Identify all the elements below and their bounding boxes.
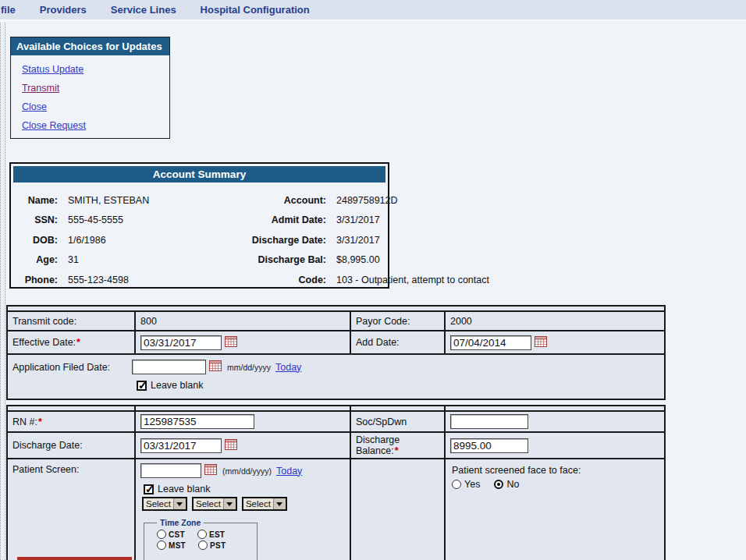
radio-no[interactable] (494, 480, 503, 489)
nav-item-providers[interactable]: Providers (40, 4, 87, 16)
account-label: Account: (209, 195, 326, 206)
admit-date-label: Admit Date: (209, 214, 326, 225)
pst-label: PST (210, 541, 226, 550)
available-choices-panel: Available Choices for Updates Status Upd… (10, 37, 170, 139)
no-label: No (506, 479, 519, 490)
chevron-down-icon[interactable] (173, 498, 186, 509)
cst-label: CST (169, 530, 185, 539)
radio-yes[interactable] (452, 480, 461, 489)
chevron-down-icon[interactable] (223, 498, 236, 509)
patient-screen-select-1[interactable]: Select (142, 497, 187, 511)
phone-value: 555-123-4598 (68, 275, 199, 285)
left-frame-strip (0, 23, 5, 560)
patient-screen-date-input[interactable] (140, 463, 201, 478)
payor-code-label: Payor Code: (350, 311, 445, 331)
time-zone-option-cst[interactable]: CST (157, 530, 185, 539)
leave-blank-label: Leave blank (151, 380, 203, 391)
discharge-date-input[interactable] (140, 438, 222, 453)
radio-pst[interactable] (198, 541, 208, 550)
yes-label: Yes (464, 479, 480, 490)
effective-date-input[interactable] (140, 335, 222, 350)
link-close[interactable]: Close (22, 101, 169, 112)
today-link[interactable]: Today (275, 362, 301, 373)
account-summary-row: Name: SMITH, ESTEBAN Account: 2489758912… (20, 190, 380, 211)
link-close-request[interactable]: Close Request (22, 120, 169, 131)
age-value: 31 (68, 254, 199, 265)
chevron-down-icon[interactable] (273, 498, 286, 509)
radio-cst[interactable] (157, 530, 166, 539)
calendar-icon[interactable] (225, 439, 237, 452)
spacer-cell (350, 406, 445, 411)
patient-screen-label: Patient Screen: (7, 459, 135, 560)
update-form-table-top: Transmit code: 800 Payor Code: 2000 Effe… (6, 305, 666, 400)
required-asterisk: * (76, 337, 80, 348)
spacer-cell (135, 406, 350, 411)
rn-label: RN #: (12, 416, 37, 427)
account-value: 2489758912D (336, 195, 398, 206)
leave-blank-label: Leave blank (158, 484, 210, 494)
calendar-icon[interactable] (535, 336, 547, 349)
radio-mst[interactable] (157, 541, 166, 550)
spacer-cell (7, 406, 135, 411)
time-zone-legend: Time Zone (157, 518, 204, 527)
nav-item-hospital-configuration[interactable]: Hospital Configuration (201, 4, 310, 16)
dob-label: DOB: (20, 235, 58, 246)
required-asterisk: * (38, 416, 42, 427)
est-label: EST (209, 530, 225, 539)
available-choices-links: Status Update Transmit Close Close Reque… (11, 55, 169, 131)
rn-input[interactable] (140, 414, 254, 429)
name-value: SMITH, ESTEBAN (68, 195, 199, 206)
link-transmit[interactable]: Transmit (22, 83, 169, 94)
time-zone-option-pst[interactable]: PST (198, 541, 226, 550)
effective-date-label: Effective Date: (12, 337, 76, 348)
ssn-label: SSN: (20, 214, 58, 225)
discharge-date-label: Discharge Date: (209, 235, 326, 246)
account-summary-title: Account Summary (13, 166, 385, 183)
select-value: Select (144, 498, 173, 509)
admit-date-value: 3/31/2017 (336, 214, 380, 225)
soc-spdwn-label: Soc/SpDwn (350, 411, 445, 432)
code-value: 103 - Outpatient, attempt to contact (336, 275, 489, 285)
calendar-icon[interactable] (225, 336, 237, 349)
leave-blank-checkbox[interactable] (137, 381, 147, 391)
account-summary-row: Age: 31 Discharge Bal: $8,995.00 (20, 250, 380, 271)
radio-est[interactable] (197, 530, 207, 539)
available-choices-title: Available Choices for Updates (11, 37, 169, 55)
time-zone-fieldset: Time Zone CST EST MST (144, 518, 258, 560)
name-label: Name: (20, 195, 58, 206)
dob-value: 1/6/1986 (68, 235, 199, 246)
face-to-face-label: Patient screened face to face: (452, 465, 659, 476)
mst-label: MST (169, 541, 186, 550)
discharge-balance-input[interactable] (450, 438, 528, 453)
account-summary-row: Phone: 555-123-4598 Code: 103 - Outpatie… (20, 270, 380, 290)
required-asterisk: * (395, 445, 399, 456)
link-status-update[interactable]: Status Update (22, 64, 169, 75)
application-filed-date-input[interactable] (132, 360, 206, 374)
top-nav-bar: file Providers Service Lines Hospital Co… (0, 0, 746, 21)
nav-item-service-lines[interactable]: Service Lines (111, 4, 176, 16)
account-summary-row: SSN: 555-45-5555 Admit Date: 3/31/2017 (20, 211, 380, 231)
time-zone-option-est[interactable]: EST (197, 530, 225, 539)
face-to-face-option-no[interactable]: No (494, 479, 519, 490)
today-link[interactable]: Today (276, 466, 302, 477)
age-label: Age: (20, 254, 58, 265)
application-filed-date-label: Application Filed Date: (12, 362, 132, 373)
add-date-label: Add Date: (350, 331, 445, 354)
patient-screen-select-3[interactable]: Select (242, 497, 287, 511)
code-label: Code: (209, 275, 326, 285)
spacer-cell (445, 406, 665, 411)
leave-blank-checkbox[interactable] (144, 484, 154, 494)
discharge-bal-value: $8,995.00 (336, 254, 380, 265)
calendar-icon[interactable] (209, 360, 222, 374)
payor-code-value: 2000 (445, 311, 665, 331)
nav-item-file[interactable]: file (1, 4, 16, 16)
face-to-face-option-yes[interactable]: Yes (452, 479, 480, 490)
phone-label: Phone: (20, 275, 58, 285)
time-zone-option-mst[interactable]: MST (157, 541, 186, 550)
date-format-hint: mm/dd/yyyy (227, 363, 271, 372)
discharge-bal-label: Discharge Bal: (209, 254, 326, 265)
soc-spdwn-input[interactable] (450, 414, 528, 429)
patient-screen-select-2[interactable]: Select (192, 497, 237, 511)
add-date-input[interactable] (450, 335, 531, 350)
calendar-icon[interactable] (204, 464, 217, 477)
